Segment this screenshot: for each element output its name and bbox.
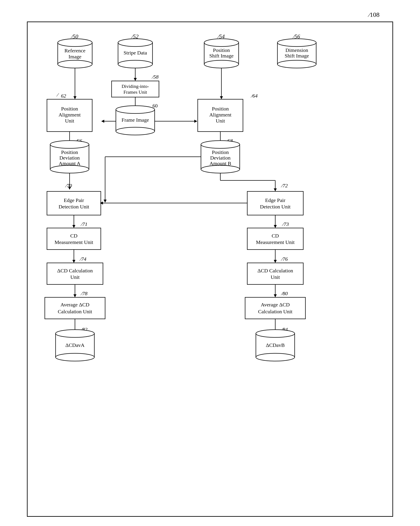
svg-rect-109 <box>47 263 103 284</box>
svg-text:ΔCDavA: ΔCDavA <box>65 342 85 348</box>
svg-rect-125 <box>245 297 305 319</box>
svg-rect-121 <box>45 297 105 319</box>
svg-point-19 <box>277 39 316 47</box>
cylinder-54: ∕54 Position Shift Image <box>204 33 239 68</box>
svg-text:∕70: ∕70 <box>65 183 72 188</box>
svg-text:Unit: Unit <box>65 118 74 124</box>
box-62: 62 ∕ Position Alignment Unit <box>47 92 92 132</box>
svg-point-37 <box>116 106 155 113</box>
cylinder-66: ∕66 Position Deviation Amount A <box>50 138 89 173</box>
cylinder-50: ∕50 Reference Image <box>58 33 92 68</box>
ref-108: ∕108 <box>369 11 379 18</box>
svg-text:∕78: ∕78 <box>80 291 87 296</box>
svg-text:∕58: ∕58 <box>151 74 159 80</box>
svg-marker-119 <box>274 294 277 297</box>
svg-point-134 <box>56 330 94 337</box>
svg-marker-41 <box>101 120 104 123</box>
svg-text:Reference: Reference <box>64 48 85 53</box>
svg-text:∕74: ∕74 <box>79 256 86 262</box>
svg-point-14 <box>204 60 239 68</box>
svg-text:Measurement Unit: Measurement Unit <box>54 239 93 245</box>
svg-text:Image: Image <box>69 54 82 60</box>
svg-point-140 <box>256 353 295 361</box>
box-70: ∕70 Edge Pair Detection Unit <box>47 183 101 215</box>
svg-text:Unit: Unit <box>271 274 280 280</box>
diagram-svg: ∕50 Reference Image ∕52 Stripe Data ∕54 … <box>38 31 383 505</box>
svg-text:Frame Image: Frame Image <box>122 117 149 123</box>
svg-text:Shift Image: Shift Image <box>285 53 309 59</box>
svg-point-62 <box>50 165 89 173</box>
svg-text:CD: CD <box>70 233 77 239</box>
svg-text:∕73: ∕73 <box>282 221 289 227</box>
svg-text:Stripe Data: Stripe Data <box>124 50 147 56</box>
svg-text:Amount B: Amount B <box>210 161 231 166</box>
svg-text:Dimension: Dimension <box>285 47 308 53</box>
cylinder-68: ∕68 Position Deviation Amount B <box>201 138 240 173</box>
svg-text:Position: Position <box>61 106 78 111</box>
cylinder-56: ∕56 Dimension Shift Image <box>277 33 316 68</box>
svg-text:Amount A: Amount A <box>59 161 81 166</box>
svg-text:60: 60 <box>153 103 158 109</box>
svg-text:∕: ∕ <box>56 92 59 98</box>
outer-frame: ∕108 ∕50 Reference Image ∕52 Stripe Data… <box>27 21 393 517</box>
svg-text:Average ΔCD: Average ΔCD <box>61 302 89 307</box>
svg-text:∕72: ∕72 <box>281 183 288 188</box>
svg-point-20 <box>277 60 316 68</box>
svg-point-68 <box>201 141 240 148</box>
svg-point-139 <box>256 330 295 337</box>
svg-marker-24 <box>73 96 76 99</box>
svg-text:Position: Position <box>213 47 230 53</box>
svg-text:Calculation Unit: Calculation Unit <box>58 309 92 314</box>
svg-rect-87 <box>247 192 303 215</box>
svg-text:Unit: Unit <box>216 118 225 124</box>
svg-text:∕80: ∕80 <box>281 291 288 296</box>
svg-marker-26 <box>134 78 137 81</box>
svg-text:Unit: Unit <box>71 274 80 280</box>
svg-text:CD: CD <box>272 233 279 239</box>
svg-rect-101 <box>247 228 303 250</box>
svg-point-135 <box>56 353 94 361</box>
svg-marker-43 <box>194 120 197 123</box>
svg-text:Position: Position <box>61 149 78 155</box>
svg-rect-83 <box>47 192 101 215</box>
svg-text:Dividing-into-: Dividing-into- <box>122 83 149 89</box>
svg-text:Edge Pair: Edge Pair <box>64 197 84 203</box>
svg-point-9 <box>118 60 153 68</box>
svg-text:∕71: ∕71 <box>80 221 87 227</box>
svg-text:ΔCDavB: ΔCDavB <box>266 342 285 348</box>
svg-text:Detection Unit: Detection Unit <box>59 204 89 210</box>
svg-marker-81 <box>104 200 107 202</box>
svg-point-8 <box>118 39 153 47</box>
svg-marker-117 <box>73 294 76 297</box>
svg-marker-95 <box>274 225 277 228</box>
svg-text:∕64: ∕64 <box>250 93 258 99</box>
svg-marker-28 <box>220 96 223 99</box>
svg-text:Measurement Unit: Measurement Unit <box>256 239 295 245</box>
svg-text:Detection Unit: Detection Unit <box>260 204 291 210</box>
cylinder-60: 60 Frame Image <box>116 103 158 135</box>
svg-text:Alignment: Alignment <box>59 112 81 118</box>
svg-text:Position: Position <box>212 106 229 111</box>
cylinder-84: ∕84 ΔCDavB <box>256 327 295 361</box>
svg-marker-107 <box>274 260 277 263</box>
cylinder-82: ∕82 ΔCDavA <box>56 327 94 361</box>
svg-text:62: 62 <box>61 93 66 99</box>
svg-text:∕76: ∕76 <box>281 256 288 262</box>
svg-text:ΔCD Calculation: ΔCD Calculation <box>57 268 93 273</box>
svg-text:Alignment: Alignment <box>209 112 232 118</box>
svg-text:Edge Pair: Edge Pair <box>265 197 285 203</box>
svg-marker-105 <box>72 260 75 263</box>
svg-point-69 <box>201 165 240 173</box>
svg-text:Frames Unit: Frames Unit <box>123 89 147 95</box>
svg-text:ΔCD Calculation: ΔCD Calculation <box>257 268 293 273</box>
svg-marker-93 <box>72 225 75 228</box>
svg-text:Deviation: Deviation <box>60 155 80 161</box>
svg-marker-78 <box>274 188 277 192</box>
cylinder-52: ∕52 Stripe Data <box>118 33 153 68</box>
box-64: ∕64 Position Alignment Unit <box>198 93 258 132</box>
svg-point-61 <box>50 141 89 148</box>
svg-point-3 <box>58 60 92 68</box>
svg-point-13 <box>204 39 239 47</box>
svg-point-2 <box>58 39 92 47</box>
svg-text:Position: Position <box>212 149 229 155</box>
